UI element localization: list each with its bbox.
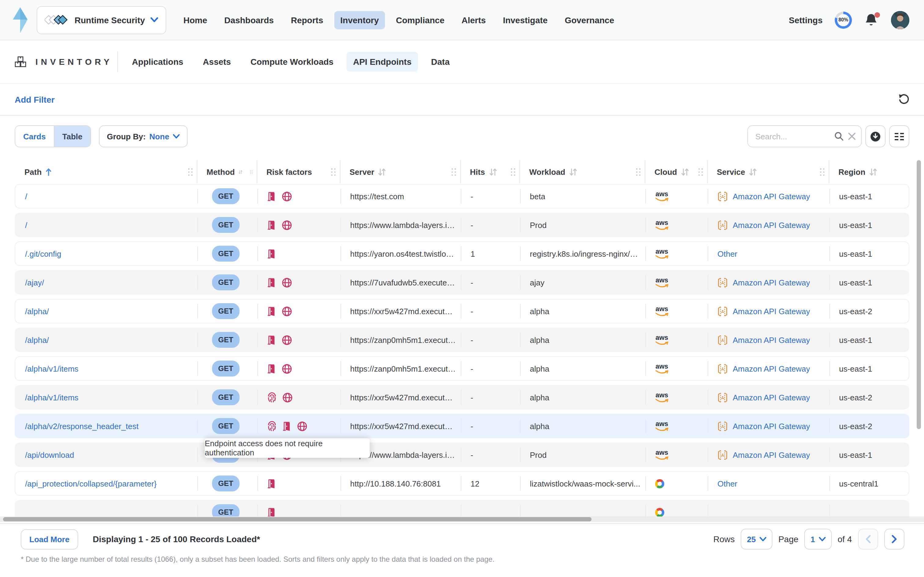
endpoint-path-link[interactable]: /ajay/: [25, 278, 44, 287]
endpoint-path-link[interactable]: /alpha/: [25, 335, 49, 345]
open-door-icon[interactable]: [267, 507, 276, 517]
endpoint-path-link[interactable]: /alpha/v1/items: [25, 393, 79, 402]
nav-item-alerts[interactable]: Alerts: [456, 11, 492, 29]
open-door-icon[interactable]: [267, 478, 276, 489]
group-by-dropdown[interactable]: Group By: None: [99, 125, 188, 147]
nav-item-reports[interactable]: Reports: [285, 11, 329, 29]
internet-exposure-globe-icon[interactable]: [282, 392, 293, 403]
nav-item-home[interactable]: Home: [177, 11, 213, 29]
tab-compute-workloads[interactable]: Compute Workloads: [244, 52, 340, 71]
search-icon[interactable]: [834, 131, 844, 141]
column-header-label[interactable]: Workload: [529, 167, 565, 176]
load-more-button[interactable]: Load More: [21, 529, 78, 549]
endpoint-path-link[interactable]: /: [25, 220, 27, 229]
nav-item-inventory[interactable]: Inventory: [334, 11, 385, 29]
column-drag-handle[interactable]: [819, 167, 825, 176]
horizontal-scrollbar-track[interactable]: [0, 516, 924, 522]
internet-exposure-globe-icon[interactable]: [282, 277, 292, 288]
column-header-label[interactable]: Method: [206, 167, 235, 176]
service-link[interactable]: Amazon API Gateway: [733, 306, 810, 316]
sort-icon[interactable]: [749, 168, 757, 176]
open-door-icon[interactable]: [267, 306, 276, 316]
notifications-button[interactable]: [864, 13, 879, 27]
internet-exposure-globe-icon[interactable]: [282, 306, 292, 316]
table-view-button[interactable]: Table: [55, 126, 90, 147]
tab-api-endpoints[interactable]: API Endpoints: [346, 52, 418, 71]
endpoint-path-link[interactable]: /alpha/: [25, 306, 49, 316]
tab-applications[interactable]: Applications: [125, 52, 190, 71]
add-filter-button[interactable]: Add Filter: [14, 94, 55, 104]
sort-icon[interactable]: [569, 168, 578, 176]
column-header-label[interactable]: Region: [839, 167, 865, 176]
sort-icon[interactable]: [489, 168, 497, 176]
open-door-icon[interactable]: [267, 277, 276, 288]
tab-assets[interactable]: Assets: [196, 52, 238, 71]
sort-ascending-icon[interactable]: [45, 168, 52, 176]
column-header-label[interactable]: Cloud: [655, 167, 677, 176]
fingerprint-icon[interactable]: [267, 421, 277, 431]
column-header-label[interactable]: Path: [24, 167, 42, 176]
endpoint-path-link[interactable]: /alpha/v1/items: [25, 364, 79, 373]
column-header-label[interactable]: Service: [717, 167, 745, 176]
open-door-icon[interactable]: [267, 363, 276, 374]
service-link[interactable]: Amazon API Gateway: [733, 335, 810, 345]
open-door-icon[interactable]: [267, 220, 276, 230]
product-switcher[interactable]: Runtime Security: [37, 6, 166, 34]
service-link[interactable]: Other: [718, 479, 737, 488]
endpoint-path-link[interactable]: /alpha/v2/response_header_test: [25, 421, 139, 430]
search-input[interactable]: [754, 131, 831, 142]
column-drag-handle[interactable]: [451, 167, 457, 176]
endpoint-path-link[interactable]: /api/download: [25, 450, 74, 459]
clear-search-icon[interactable]: [848, 132, 856, 140]
nav-item-investigate[interactable]: Investigate: [497, 11, 554, 29]
rows-per-page-select[interactable]: 25: [740, 529, 772, 550]
open-door-icon[interactable]: [282, 421, 291, 431]
open-door-icon[interactable]: [267, 335, 276, 345]
cards-view-button[interactable]: Cards: [15, 126, 55, 147]
tab-data[interactable]: Data: [424, 52, 457, 71]
service-link[interactable]: Amazon API Gateway: [733, 364, 810, 373]
fingerprint-icon[interactable]: [267, 392, 277, 403]
horizontal-scrollbar-thumb[interactable]: [3, 517, 592, 521]
usage-progress-ring[interactable]: 80%: [835, 11, 852, 28]
reset-filters-button[interactable]: [898, 93, 910, 105]
nav-item-compliance[interactable]: Compliance: [390, 11, 451, 29]
column-drag-handle[interactable]: [636, 167, 641, 176]
internet-exposure-globe-icon[interactable]: [282, 191, 292, 201]
service-link[interactable]: Amazon API Gateway: [733, 450, 810, 459]
internet-exposure-globe-icon[interactable]: [282, 335, 292, 345]
nav-item-governance[interactable]: Governance: [559, 11, 620, 29]
service-link[interactable]: Amazon API Gateway: [733, 278, 810, 287]
service-link[interactable]: Amazon API Gateway: [733, 393, 810, 402]
nav-item-dashboards[interactable]: Dashboards: [218, 11, 280, 29]
service-link[interactable]: Other: [718, 249, 737, 258]
column-header-label[interactable]: Hits: [470, 167, 485, 176]
endpoint-path-link[interactable]: /: [25, 192, 27, 201]
endpoint-path-link[interactable]: /.git/config: [25, 249, 61, 258]
page-select[interactable]: 1: [805, 529, 831, 550]
open-door-icon[interactable]: [267, 248, 276, 259]
download-csv-button[interactable]: [865, 125, 885, 147]
internet-exposure-globe-icon[interactable]: [282, 363, 292, 374]
column-header-label[interactable]: Server: [349, 167, 374, 176]
column-drag-handle[interactable]: [250, 167, 253, 176]
sort-icon[interactable]: [238, 168, 243, 176]
user-avatar[interactable]: [891, 11, 910, 29]
column-header-label[interactable]: Risk factors: [266, 167, 312, 176]
service-link[interactable]: Amazon API Gateway: [733, 421, 810, 430]
manage-columns-button[interactable]: [889, 125, 910, 147]
column-drag-handle[interactable]: [698, 167, 703, 176]
sort-icon[interactable]: [378, 168, 386, 176]
vertical-scrollbar[interactable]: [917, 160, 921, 429]
service-link[interactable]: Amazon API Gateway: [733, 192, 810, 201]
settings-link[interactable]: Settings: [789, 15, 823, 25]
internet-exposure-globe-icon[interactable]: [282, 220, 292, 230]
next-page-button[interactable]: [884, 529, 905, 550]
endpoint-path-link[interactable]: /api_protection/collapsed/{parameter}: [25, 479, 157, 488]
sort-icon[interactable]: [681, 168, 689, 176]
column-drag-handle[interactable]: [331, 167, 336, 176]
sort-icon[interactable]: [869, 168, 877, 176]
internet-exposure-globe-icon[interactable]: [297, 421, 307, 431]
previous-page-button[interactable]: [858, 529, 878, 550]
open-door-icon[interactable]: [267, 191, 276, 201]
